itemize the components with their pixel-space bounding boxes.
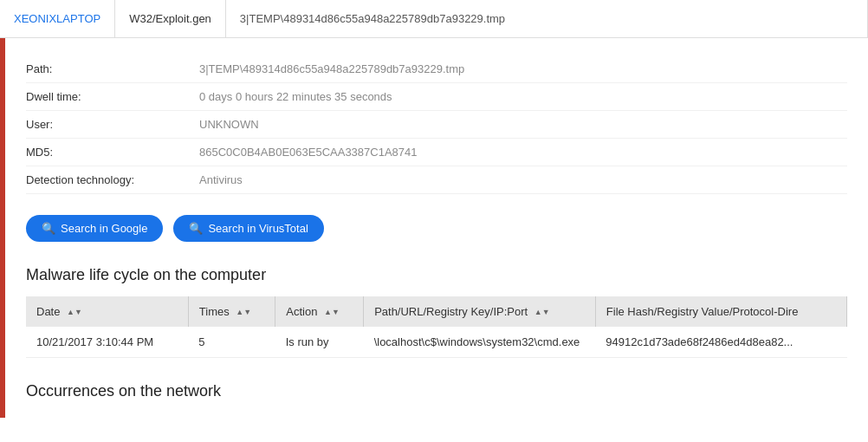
main-content: Path: 3|TEMP\489314d86c55a948a225789db7a… [0, 38, 868, 418]
detection-value: Antivirus [199, 173, 847, 186]
col-action: Action ▲▼ [275, 296, 364, 327]
col-path: Path/URL/Registry Key/IP:Port ▲▼ [364, 296, 596, 327]
table-header-row: Date ▲▼ Times ▲▼ Action ▲▼ Path/URL/Regi… [26, 296, 847, 327]
search-virustotal-label: Search in VirusTotal [208, 222, 308, 235]
dwell-value: 0 days 0 hours 22 minutes 35 seconds [199, 90, 847, 103]
col-date: Date ▲▼ [26, 296, 188, 327]
cell-times: 5 [188, 327, 275, 358]
occurrences-section: Occurrences on the network [26, 382, 847, 400]
info-table: Path: 3|TEMP\489314d86c55a948a225789db7a… [26, 55, 847, 194]
breadcrumb-computer-label: XEONIXLAPTOP [14, 12, 100, 25]
search-google-button[interactable]: 🔍 Search in Google [26, 215, 163, 242]
breadcrumb-computer[interactable]: XEONIXLAPTOP [0, 0, 115, 37]
md5-label: MD5: [26, 146, 199, 159]
info-row-detection: Detection technology: Antivirus [26, 166, 847, 194]
action-sort-icon[interactable]: ▲▼ [324, 309, 340, 316]
date-sort-icon[interactable]: ▲▼ [67, 309, 82, 316]
search-virustotal-icon: 🔍 [189, 222, 203, 235]
cell-path: \localhost\c$\windows\system32\cmd.exe [364, 327, 596, 358]
table-row: 10/21/2017 3:10:44 PM 5 Is run by \local… [26, 327, 847, 358]
search-google-icon: 🔍 [42, 222, 55, 235]
search-google-label: Search in Google [61, 222, 147, 235]
search-virustotal-button[interactable]: 🔍 Search in VirusTotal [173, 215, 323, 242]
col-times: Times ▲▼ [188, 296, 275, 327]
user-label: User: [26, 118, 199, 131]
info-row-user: User: UNKNOWN [26, 111, 847, 139]
breadcrumb-path: 3|TEMP\489314d86c55a948a225789db7a93229.… [226, 0, 868, 37]
md5-value: 865C0C0B4AB0E063E5CAA3387C1A8741 [199, 146, 847, 159]
user-value: UNKNOWN [199, 118, 847, 131]
info-row-dwell: Dwell time: 0 days 0 hours 22 minutes 35… [26, 83, 847, 111]
cell-action: Is run by [275, 327, 364, 358]
cell-hash: 94912c1d73ade68f2486ed4d8ea82... [595, 327, 846, 358]
times-sort-icon[interactable]: ▲▼ [236, 309, 251, 316]
path-label: Path: [26, 62, 199, 75]
lifecycle-table: Date ▲▼ Times ▲▼ Action ▲▼ Path/URL/Regi… [26, 296, 847, 358]
path-value: 3|TEMP\489314d86c55a948a225789db7a93229.… [199, 62, 847, 75]
info-row-md5: MD5: 865C0C0B4AB0E063E5CAA3387C1A8741 [26, 139, 847, 166]
action-buttons: 🔍 Search in Google 🔍 Search in VirusTota… [26, 215, 847, 242]
breadcrumb-bar: XEONIXLAPTOP W32/Exploit.gen 3|TEMP\4893… [0, 0, 868, 38]
col-hash: File Hash/Registry Value/Protocol-Dire [595, 296, 846, 327]
cell-date: 10/21/2017 3:10:44 PM [26, 327, 188, 358]
path-sort-icon[interactable]: ▲▼ [534, 309, 550, 316]
occurrences-title: Occurrences on the network [26, 382, 847, 400]
lifecycle-section: Malware life cycle on the computer Date … [26, 266, 847, 358]
info-row-path: Path: 3|TEMP\489314d86c55a948a225789db7a… [26, 55, 847, 83]
lifecycle-title: Malware life cycle on the computer [26, 266, 847, 284]
detection-label: Detection technology: [26, 173, 199, 186]
dwell-label: Dwell time: [26, 90, 199, 103]
breadcrumb-exploit[interactable]: W32/Exploit.gen [115, 0, 226, 37]
breadcrumb-path-label: 3|TEMP\489314d86c55a948a225789db7a93229.… [240, 12, 505, 25]
breadcrumb-exploit-label: W32/Exploit.gen [129, 12, 211, 25]
